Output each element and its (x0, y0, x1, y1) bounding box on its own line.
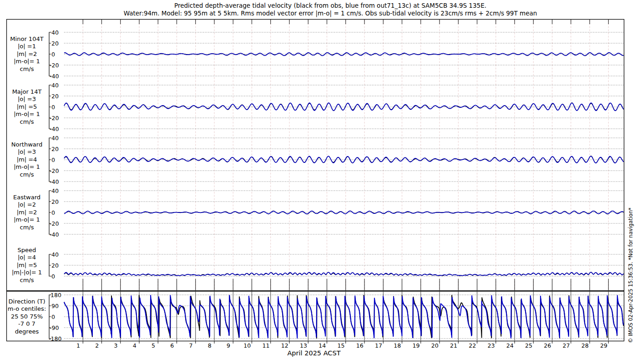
panel-label-line: |o| =4 (5, 254, 49, 262)
panel-label-line: |o| =2 (5, 201, 49, 209)
panel-label-minor: Minor 104T|o| =1|m| =2|m-o|= 1cm/s (5, 35, 49, 73)
x-tick-day-20: 20 (431, 342, 439, 349)
y-tick-minor-40: 40 (51, 30, 59, 35)
y-tick-east-40: 40 (51, 188, 59, 194)
y-tick-major-20: 20 (51, 93, 59, 99)
x-tick-day-26: 26 (544, 342, 551, 349)
y-tick-speed-0: 0 (51, 273, 55, 279)
y-tick-minor-20: 20 (51, 40, 59, 46)
y-tick-north--20: -20 (50, 168, 59, 174)
panel-label-line: |o| =1 (5, 43, 49, 51)
panel-label-direction: Direction (T)m-o centiles:25 50 75%-7 0 … (5, 298, 49, 336)
panel-label-line: -7 0 7 (5, 320, 49, 328)
x-tick-day-19: 19 (412, 342, 420, 349)
x-tick-day-23: 23 (487, 342, 495, 349)
panel-label-line: 25 50 75% (5, 313, 49, 321)
y-tick-north-0: 0 (51, 157, 55, 163)
panel-label-line: |m-o|= 1 (5, 163, 49, 171)
y-tick-major-40: 40 (51, 82, 59, 88)
x-tick-day-13: 13 (300, 342, 307, 349)
x-tick-day-15: 15 (337, 342, 344, 349)
x-tick-day-8: 8 (208, 342, 212, 349)
y-tick-north-20: 20 (51, 146, 59, 152)
x-tick-day-1: 1 (76, 342, 80, 349)
panel-label-line: |o| =3 (5, 148, 49, 156)
panel-label-line: Eastward (5, 194, 49, 202)
panel-label-line: degrees (5, 328, 49, 336)
panel-label-line: |m| =2 (5, 209, 49, 217)
x-tick-day-9: 9 (227, 342, 230, 349)
panel-label-line: |m-o|= 1 (5, 216, 49, 224)
x-tick-day-16: 16 (356, 342, 364, 349)
y-tick-minor-0: 0 (51, 51, 55, 57)
y-tick-speed-40: 40 (51, 252, 59, 258)
y-tick-direction-90: 90 (51, 303, 59, 309)
panel-label-speed: Speed|o| =4|m| =5|m|-|o|= 1cm/s (5, 247, 49, 284)
panel-label-north: Northward|o| =3|m| =4|m-o|= 1cm/s (5, 141, 49, 179)
y-tick-north--40: -40 (50, 179, 59, 185)
x-axis-title: April 2025 ACST (287, 349, 340, 357)
panel-label-line: |m| =5 (5, 262, 49, 269)
panel-label-line: Northward (5, 141, 49, 149)
y-tick-direction-0: 0 (51, 314, 55, 320)
y-tick-major--20: -20 (50, 115, 59, 121)
x-tick-day-17: 17 (375, 342, 382, 349)
panel-label-line: |m| =5 (5, 103, 49, 111)
y-tick-major-0: 0 (51, 104, 55, 110)
x-tick-day-14: 14 (318, 342, 326, 349)
x-tick-day-2: 2 (95, 342, 99, 349)
panel-label-line: cm/s (5, 224, 49, 232)
x-tick-day-29: 29 (600, 342, 607, 349)
panel-label-line: cm/s (5, 118, 49, 126)
x-tick-day-18: 18 (394, 342, 401, 349)
panel-label-line: Minor 104T (5, 35, 49, 43)
y-tick-major--40: -40 (50, 126, 59, 132)
y-tick-direction--180: -180 (49, 336, 61, 342)
panel-label-line: cm/s (5, 66, 49, 73)
y-tick-direction--90: -90 (50, 325, 59, 331)
x-tick-day-28: 28 (581, 342, 589, 349)
panel-label-line: m-o centiles: (5, 305, 49, 313)
panel-label-major: Major 14T|o| =3|m| =5|m-o|= 1cm/s (5, 88, 49, 126)
y-tick-east-20: 20 (51, 199, 59, 205)
panel-label-line: Direction (T) (5, 298, 49, 306)
y-tick-east-0: 0 (51, 210, 55, 216)
panel-label-line: cm/s (5, 171, 49, 179)
x-tick-day-22: 22 (469, 342, 476, 349)
tidal-velocity-figure: Predicted depth-average tidal velocity (… (0, 0, 637, 364)
panel-label-line: |m| =4 (5, 156, 49, 164)
x-tick-day-7: 7 (189, 342, 192, 349)
y-tick-minor--20: -20 (50, 62, 59, 68)
x-tick-day-6: 6 (170, 342, 174, 349)
x-tick-day-24: 24 (506, 342, 514, 349)
x-tick-day-4: 4 (133, 342, 136, 349)
panel-label-line: |m-o|= 1 (5, 111, 49, 118)
x-tick-day-27: 27 (562, 342, 570, 349)
panel-label-line: Major 14T (5, 88, 49, 96)
plot-canvas (0, 0, 637, 364)
y-tick-speed-20: 20 (51, 263, 59, 268)
panel-label-line: |m|-|o|= 1 (5, 269, 49, 277)
imos-watermark: © IMOS 02-Apr-2025 15:36:53. *Not for na… (627, 207, 634, 343)
y-tick-east--40: -40 (50, 232, 59, 238)
y-tick-north-40: 40 (51, 135, 59, 141)
panel-label-line: Speed (5, 247, 49, 254)
x-tick-day-25: 25 (525, 342, 532, 349)
panel-label-east: Eastward|o| =2|m| =2|m-o|= 1cm/s (5, 194, 49, 232)
y-tick-direction-180: 180 (51, 292, 61, 298)
x-tick-day-21: 21 (450, 342, 457, 349)
x-tick-day-11: 11 (262, 342, 269, 349)
panel-label-line: |m| =2 (5, 51, 49, 58)
y-tick-east--20: -20 (50, 221, 59, 227)
panel-label-line: cm/s (5, 277, 49, 284)
panel-label-line: |o| =3 (5, 96, 49, 103)
y-tick-minor--40: -40 (50, 73, 59, 79)
x-tick-day-5: 5 (152, 342, 155, 349)
x-tick-day-10: 10 (243, 342, 251, 349)
x-tick-day-12: 12 (281, 342, 288, 349)
panel-label-line: |m-o|= 1 (5, 58, 49, 66)
x-tick-day-3: 3 (114, 342, 117, 349)
